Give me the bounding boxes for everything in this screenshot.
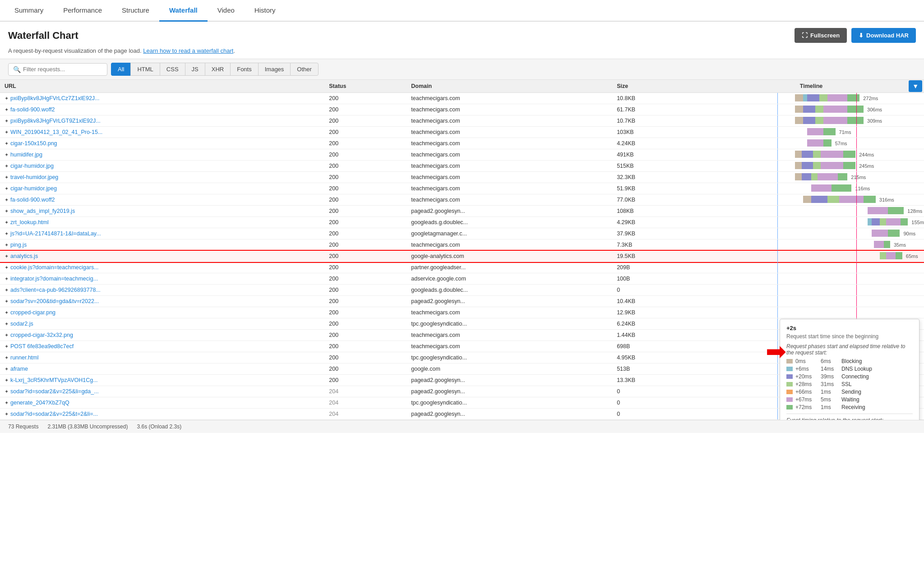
status-cell: 200 bbox=[324, 330, 407, 341]
fullscreen-button[interactable]: ⛶ Fullscreen bbox=[795, 28, 847, 43]
filter-images[interactable]: Images bbox=[258, 63, 291, 76]
url-cell[interactable]: ✦sodar?id=sodar2&v=225&t=2&li=... bbox=[0, 409, 324, 420]
url-cell[interactable]: ✦zrt_lookup.html bbox=[0, 217, 324, 228]
search-icon: 🔍 bbox=[13, 66, 21, 73]
url-cell[interactable]: ✦travel-humidor.jpeg bbox=[0, 172, 324, 183]
waiting-segment bbox=[839, 196, 864, 203]
table-row[interactable]: ✦pxiByp8kv8JHgFVrLGT9Z1xlE92J...200teach… bbox=[0, 115, 924, 127]
size-cell: 32.3KB bbox=[612, 172, 698, 183]
url-cell[interactable]: ✦show_ads_impl_fy2019.js bbox=[0, 206, 324, 217]
tab-history[interactable]: History bbox=[245, 0, 286, 22]
url-cell[interactable]: ✦cigar-humidor.jpg bbox=[0, 161, 324, 172]
waiting-segment bbox=[823, 117, 848, 124]
table-row[interactable]: ✦ping.js200teachmecigars.com7.3KB35ms bbox=[0, 239, 924, 251]
ssl-segment bbox=[880, 252, 886, 259]
table-row[interactable]: ✦cookie.js?domain=teachmecigars...200par… bbox=[0, 262, 924, 273]
url-cell[interactable]: ✦integrator.js?domain=teachmecig... bbox=[0, 273, 324, 285]
tab-video[interactable]: Video bbox=[208, 0, 245, 22]
url-cell[interactable]: ✦runner.html bbox=[0, 352, 324, 363]
table-row[interactable]: ✦fa-solid-900.woff2200teachmecigars.com6… bbox=[0, 104, 924, 115]
receiving-segment bbox=[888, 230, 900, 237]
table-row[interactable]: ✦show_ads_impl_fy2019.js200pagead2.googl… bbox=[0, 206, 924, 217]
table-row[interactable]: ✦pxiByp8kv8JHgFVrLCz7Z1xlE92J...200teach… bbox=[0, 93, 924, 104]
filter-html[interactable]: HTML bbox=[130, 63, 159, 76]
size-cell: 0 bbox=[612, 386, 698, 397]
url-cell[interactable]: ✦WIN_20190412_13_02_41_Pro-15... bbox=[0, 127, 324, 138]
url-cell[interactable]: ✦pxiByp8kv8JHgFVrLGT9Z1xlE92J... bbox=[0, 115, 324, 127]
url-cell[interactable]: ✦fa-solid-900.woff2 bbox=[0, 104, 324, 115]
url-cell[interactable]: ✦fa-solid-900.woff2 bbox=[0, 194, 324, 206]
tab-waterfall[interactable]: Waterfall bbox=[159, 0, 208, 22]
filter-bar: 🔍 All HTML CSS JS XHR Fonts Images Other bbox=[0, 59, 924, 80]
timeline-cell bbox=[698, 296, 924, 307]
size-cell: 4.29KB bbox=[612, 217, 698, 228]
tab-structure[interactable]: Structure bbox=[112, 0, 159, 22]
status-cell: 200 bbox=[324, 115, 407, 127]
tab-performance[interactable]: Performance bbox=[53, 0, 112, 22]
table-row[interactable]: ✦cigar-humidor.jpg200teachmecigars.com51… bbox=[0, 161, 924, 172]
size-cell: 108KB bbox=[612, 206, 698, 217]
table-row[interactable]: ✦js?id=UA-217414871-1&l=dataLay...200goo… bbox=[0, 228, 924, 239]
url-cell[interactable]: ✦cookie.js?domain=teachmecigars... bbox=[0, 262, 324, 273]
filter-all[interactable]: All bbox=[111, 63, 130, 76]
size-cell: 209B bbox=[612, 262, 698, 273]
vline-pink bbox=[856, 217, 857, 228]
bar-time-label: 306ms bbox=[867, 107, 924, 112]
url-cell[interactable]: ✦k-Lxrj_3cR5KhrMTVpzAVOH1Cg... bbox=[0, 375, 324, 386]
url-cell[interactable]: ✦cigar-150x150.png bbox=[0, 138, 324, 149]
connect-segment bbox=[872, 218, 880, 225]
receiving-segment bbox=[884, 241, 890, 248]
table-row[interactable]: ✦sodar?sv=200&tid=gda&tv=r2022...200page… bbox=[0, 296, 924, 307]
table-row[interactable]: ✦integrator.js?domain=teachmecig...200ad… bbox=[0, 273, 924, 285]
url-cell[interactable]: ✦analytics.js bbox=[0, 251, 324, 262]
url-cell[interactable]: ✦aframe bbox=[0, 363, 324, 375]
url-cell[interactable]: ✦cropped-cigar.png bbox=[0, 307, 324, 318]
vline-blue bbox=[777, 206, 778, 216]
table-row[interactable]: ✦ads?client=ca-pub-962926893778...200goo… bbox=[0, 285, 924, 296]
url-cell[interactable]: ✦pxiByp8kv8JHgFVrLCz7Z1xlE92J... bbox=[0, 93, 324, 104]
status-cell: 200 bbox=[324, 206, 407, 217]
url-cell[interactable]: ✦POST 6fe83ea9ed8c7ecf bbox=[0, 341, 324, 352]
dns-segment bbox=[868, 218, 872, 225]
timeline-dropdown[interactable]: ▼ bbox=[909, 80, 922, 92]
table-row[interactable]: ✦cigar-150x150.png200teachmecigars.com4.… bbox=[0, 138, 924, 149]
header-buttons: ⛶ Fullscreen ⬇ Download HAR bbox=[795, 28, 916, 43]
col-timeline: Timeline ▼ bbox=[698, 80, 924, 93]
connect-segment bbox=[803, 117, 815, 124]
table-row[interactable]: ✦fa-solid-900.woff2200teachmecigars.com7… bbox=[0, 194, 924, 206]
filter-fonts[interactable]: Fonts bbox=[230, 63, 258, 76]
url-cell[interactable]: ✦js?id=UA-217414871-1&l=dataLay... bbox=[0, 228, 324, 239]
tab-summary[interactable]: Summary bbox=[5, 0, 53, 22]
search-input[interactable] bbox=[23, 66, 102, 73]
filter-css[interactable]: CSS bbox=[160, 63, 185, 76]
table-row[interactable]: ✦humidifer.jpg200teachmecigars.com491KB2… bbox=[0, 149, 924, 161]
status-cell: 200 bbox=[324, 352, 407, 363]
table-row[interactable]: ✦cigar-humidor.jpeg200teachmecigars.com5… bbox=[0, 183, 924, 194]
table-row[interactable]: ✦WIN_20190412_13_02_41_Pro-15...200teach… bbox=[0, 127, 924, 138]
ssl-segment bbox=[811, 173, 818, 180]
url-cell[interactable]: ✦humidifer.jpg bbox=[0, 149, 324, 161]
filter-js[interactable]: JS bbox=[185, 63, 205, 76]
table-row[interactable]: ✦zrt_lookup.html200googleads.g.doublec..… bbox=[0, 217, 924, 228]
url-cell[interactable]: ✦sodar?id=sodar2&v=225&li=gda_... bbox=[0, 386, 324, 397]
url-cell[interactable]: ✦sodar2.js bbox=[0, 318, 324, 330]
url-cell[interactable]: ✦generate_204?XbZ7qQ bbox=[0, 397, 324, 409]
table-row[interactable]: ✦cropped-cigar.png200teachmecigars.com12… bbox=[0, 307, 924, 318]
url-cell[interactable]: ✦ads?client=ca-pub-962926893778... bbox=[0, 285, 324, 296]
timeline-cell: 272ms bbox=[698, 93, 924, 104]
table-row[interactable]: ✦travel-humidor.jpeg200teachmecigars.com… bbox=[0, 172, 924, 183]
filter-other[interactable]: Other bbox=[290, 63, 319, 76]
size-cell: 491KB bbox=[612, 149, 698, 161]
vline-pink bbox=[856, 228, 857, 239]
filter-xhr[interactable]: XHR bbox=[205, 63, 230, 76]
status-cell: 200 bbox=[324, 296, 407, 307]
url-cell[interactable]: ✦ping.js bbox=[0, 239, 324, 251]
url-cell[interactable]: ✦cigar-humidor.jpeg bbox=[0, 183, 324, 194]
tooltip-events-label: Event timing relative to the request sta… bbox=[786, 417, 913, 420]
learn-link[interactable]: Learn how to read a waterfall chart bbox=[143, 47, 233, 54]
table-row[interactable]: ✦analytics.js200google-analytics.com19.5… bbox=[0, 251, 924, 262]
domain-cell: google.com bbox=[407, 363, 612, 375]
url-cell[interactable]: ✦cropped-cigar-32x32.png bbox=[0, 330, 324, 341]
url-cell[interactable]: ✦sodar?sv=200&tid=gda&tv=r2022... bbox=[0, 296, 324, 307]
download-har-button[interactable]: ⬇ Download HAR bbox=[851, 28, 916, 43]
